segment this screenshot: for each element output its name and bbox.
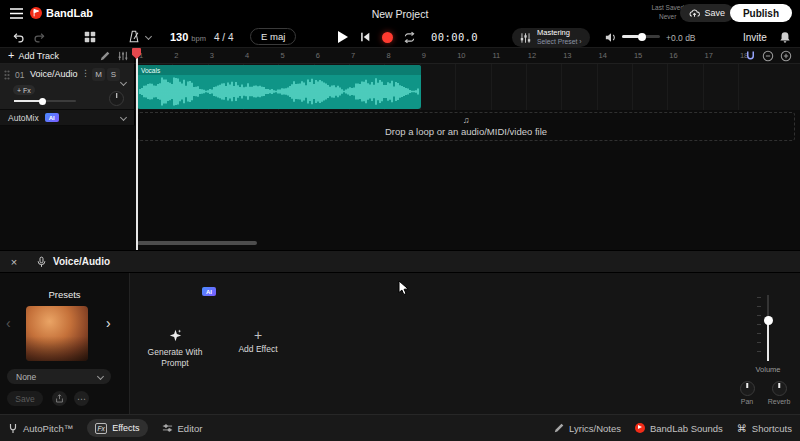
chevron-right-icon: › <box>106 315 111 331</box>
time-display[interactable]: 00:00.0 <box>431 31 478 43</box>
notifications-button[interactable]: 1 <box>779 31 800 44</box>
metronome-icon <box>128 30 140 43</box>
last-saved-label: Last Saved <box>651 4 684 13</box>
sparkle-icon <box>169 329 182 342</box>
track-pan-knob[interactable] <box>109 91 124 106</box>
mastering-sliders-icon <box>520 32 531 44</box>
bpm-display[interactable]: 130 bpm <box>170 31 206 43</box>
fader-thumb[interactable] <box>764 316 773 325</box>
pan-knob-dial[interactable] <box>740 381 755 396</box>
editor-tab[interactable]: Editor <box>162 423 203 434</box>
bandlab-sounds-icon <box>635 423 645 433</box>
add-track-button[interactable]: + Add Track <box>8 50 59 61</box>
reverb-knob[interactable]: Reverb <box>770 381 788 405</box>
zoom-out-icon[interactable] <box>762 50 774 62</box>
ruler-number: 9 <box>422 51 426 60</box>
add-track-label: Add Track <box>18 51 59 61</box>
track-menu-icon[interactable]: ⋮ <box>81 68 90 78</box>
drag-handle-icon[interactable] <box>4 70 10 80</box>
region-header: Vocals <box>137 65 421 75</box>
solo-button[interactable]: S <box>107 68 120 81</box>
lyrics-notes-button[interactable]: Lyrics/Notes <box>554 423 621 434</box>
play-button[interactable] <box>338 31 348 43</box>
track-number: 01 <box>15 70 24 80</box>
bandlab-logo-icon[interactable] <box>30 7 42 19</box>
menu-icon[interactable] <box>10 8 23 19</box>
preset-save-button[interactable]: Save <box>7 391 43 406</box>
time-signature[interactable]: 4 / 4 <box>214 32 233 43</box>
key-button[interactable]: E maj <box>250 28 296 45</box>
automix-track[interactable]: AutoMix AI <box>0 110 135 126</box>
skip-start-icon <box>359 31 371 43</box>
preset-share-button[interactable] <box>52 391 67 406</box>
reverb-knob-dial[interactable] <box>772 381 787 396</box>
preset-next-button[interactable]: › <box>106 315 111 331</box>
master-volume-slider[interactable] <box>622 35 660 38</box>
close-panel-button[interactable]: × <box>7 255 21 269</box>
track-lane[interactable]: Vocals <box>135 64 800 110</box>
ruler-number: 10 <box>457 51 465 60</box>
mixer-icon[interactable] <box>118 51 128 61</box>
add-effect-label: Add Effect <box>238 344 277 355</box>
ruler-number: 2 <box>174 51 178 60</box>
preset-image[interactable] <box>26 306 88 361</box>
presets-title: Presets <box>0 289 129 300</box>
vocal-waveform <box>137 75 421 108</box>
preset-more-button[interactable]: ⋯ <box>74 391 89 406</box>
speaker-icon[interactable] <box>605 32 617 43</box>
preset-prev-button[interactable]: ‹ <box>6 315 11 331</box>
slider-thumb[interactable] <box>638 33 646 41</box>
zoom-in-icon[interactable] <box>780 50 792 62</box>
autopitch-button[interactable]: AutoPitch™ <box>8 423 73 434</box>
skip-to-start-button[interactable] <box>359 31 371 43</box>
bandlab-sounds-button[interactable]: BandLab Sounds <box>635 423 723 434</box>
mastering-button[interactable]: Mastering Select Preset › <box>512 28 590 47</box>
snap-magnet-icon[interactable] <box>745 50 756 61</box>
master-volume-db: +0.0 dB <box>666 33 696 43</box>
command-icon: ⌘ <box>737 423 747 434</box>
mute-button[interactable]: M <box>92 68 105 81</box>
track-header-voice-audio[interactable]: 01 Voice/Audio ⋮ M S + Fx <box>0 64 135 110</box>
region-name: Vocals <box>141 67 160 74</box>
collapse-track-icon[interactable] <box>120 79 127 86</box>
transport-toolbar: 130 bpm 4 / 4 E maj 00:00.0 Mastering Se… <box>0 26 800 48</box>
metronome-button[interactable] <box>128 30 151 43</box>
microphone-icon <box>37 256 46 268</box>
ai-badge: AI <box>45 113 59 122</box>
effects-tab[interactable]: Fx Effects <box>87 419 147 437</box>
ruler-number: 17 <box>705 51 713 60</box>
draw-automation-icon[interactable] <box>100 51 110 61</box>
presets-section: Presets ‹ › None Save ⋯ <box>0 273 130 415</box>
audio-region-vocals[interactable]: Vocals <box>137 65 421 109</box>
track-fx-button[interactable]: + Fx <box>13 85 35 95</box>
save-button[interactable]: Save <box>680 4 734 22</box>
add-effect-button[interactable]: + Add Effect <box>230 328 286 355</box>
redo-icon[interactable] <box>33 31 46 43</box>
undo-icon[interactable] <box>12 31 25 43</box>
ruler-number: 14 <box>599 51 607 60</box>
slider-thumb[interactable] <box>39 98 46 105</box>
pan-knob[interactable]: Pan <box>738 381 756 405</box>
track-volume-slider[interactable] <box>14 100 76 102</box>
editor-icon <box>162 423 173 433</box>
horizontal-scrollbar[interactable] <box>137 241 257 245</box>
drop-zone[interactable]: ♫ Drop a loop or an audio/MIDI/video fil… <box>137 112 795 141</box>
expand-automix-icon[interactable] <box>120 114 127 121</box>
loop-button[interactable] <box>403 31 416 44</box>
bpm-unit: bpm <box>191 34 206 43</box>
share-icon <box>55 394 64 403</box>
record-button[interactable] <box>382 32 393 43</box>
loops-grid-icon[interactable] <box>84 31 96 43</box>
effects-chain-area: AI Generate With Prompt + Add Effect Vol… <box>130 273 800 415</box>
publish-button[interactable]: Publish <box>730 4 792 22</box>
shortcuts-button[interactable]: ⌘ Shortcuts <box>737 423 792 434</box>
ruler-number: 13 <box>563 51 571 60</box>
volume-label: Volume <box>748 365 788 374</box>
track-volume-fader[interactable]: Volume <box>748 295 788 375</box>
invite-button[interactable]: Invite <box>743 32 767 43</box>
preset-select[interactable]: None <box>7 369 111 384</box>
generate-with-prompt-button[interactable]: Generate With Prompt <box>144 329 206 370</box>
timeline-header[interactable]: 123456789101112131415161718 <box>135 48 800 64</box>
ruler-number: 8 <box>386 51 390 60</box>
fader-ticks <box>757 297 761 359</box>
